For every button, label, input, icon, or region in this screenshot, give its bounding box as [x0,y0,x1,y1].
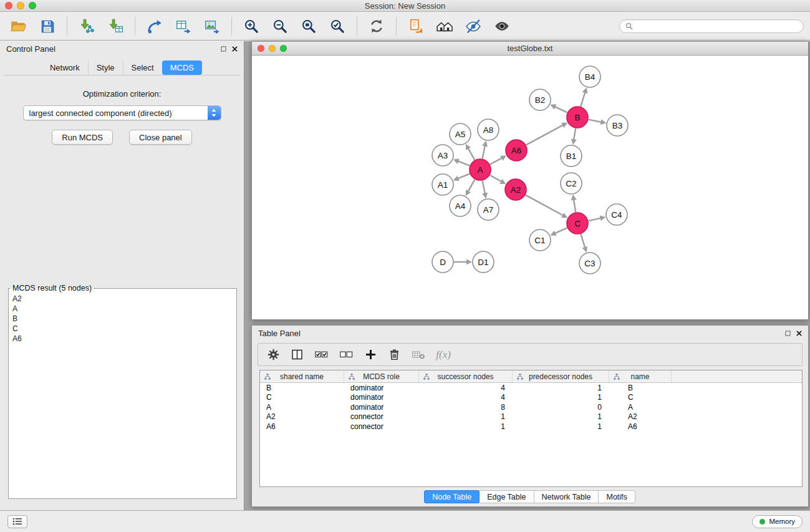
close-panel-button[interactable]: Close panel [129,130,192,145]
graph-edge-A-A6[interactable] [490,156,506,165]
tab-edge-table[interactable]: Edge Table [479,490,534,503]
export-image-icon[interactable] [200,14,224,38]
graph-node-A5[interactable]: A5 [450,123,471,145]
table-row[interactable]: Cdominator41C [260,393,802,403]
minimize-network-window-button[interactable] [269,45,276,52]
table-row[interactable]: A2connector11A2 [260,412,802,422]
tab-motifs[interactable]: Motifs [598,490,635,503]
graph-node-A6[interactable]: A6 [506,140,527,161]
column-header-MCDS-role[interactable]: MCDS role [344,370,419,382]
close-table-panel-icon[interactable] [796,331,802,336]
criterion-dropdown[interactable]: largest connected component (directed) [23,105,221,120]
network-canvas[interactable]: B4B2BB3A5A8A6B1A3AC2A1A2A4A7C4CC1C3DD1 [252,56,808,319]
graph-edge-B-B3[interactable] [589,119,607,125]
import-network-file-icon[interactable] [74,14,99,38]
graph-edge-A2-C[interactable] [526,195,567,218]
column-header-name[interactable]: name [609,370,672,382]
zoom-window-button[interactable] [29,2,36,9]
graph-node-C3[interactable]: C3 [579,253,600,274]
graph-edge-C-C1[interactable] [550,228,567,236]
tab-network[interactable]: Network [42,60,88,75]
minimize-window-button[interactable] [17,2,24,9]
close-network-window-button[interactable] [258,45,264,52]
table-row[interactable]: Bdominator41B [260,383,802,393]
import-network-icon[interactable] [142,14,167,38]
column-header-predecessor-nodes[interactable]: predecessor nodes [513,370,609,382]
run-mcds-button[interactable]: Run MCDS [52,130,113,145]
zoom-selected-icon[interactable] [325,14,350,38]
graph-node-A7[interactable]: A7 [478,199,499,220]
open-session-icon[interactable] [6,14,31,38]
graph-edge-A-A7[interactable] [482,181,488,199]
mcds-result-item[interactable]: A [12,304,233,314]
graph-edge-A-A8[interactable] [482,141,488,159]
zoom-out-icon[interactable] [268,14,292,38]
save-session-icon[interactable] [35,14,60,38]
graph-node-C1[interactable]: C1 [529,230,551,251]
graph-node-B4[interactable]: B4 [579,66,600,87]
column-header-successor-nodes[interactable]: successor nodes [419,370,513,382]
search-box[interactable] [619,19,804,33]
zoom-fit-icon[interactable] [296,14,321,38]
graph-edge-D-D1[interactable] [454,259,472,264]
graph-node-A8[interactable]: A8 [478,119,499,140]
mcds-result-item[interactable]: C [12,324,233,334]
fx-function-button[interactable]: f(x) [436,349,451,361]
import-table-icon[interactable] [171,14,196,38]
tab-mcds[interactable]: MCDS [162,60,202,75]
graph-edge-C-C3[interactable] [581,234,587,253]
trash-icon[interactable] [388,348,401,361]
tab-select[interactable]: Select [123,60,162,75]
task-list-button[interactable] [7,515,27,528]
eye-pen-icon[interactable] [461,14,486,38]
copy-document-icon[interactable] [403,14,428,38]
graph-node-A1[interactable]: A1 [432,174,453,195]
network-graph[interactable]: B4B2BB3A5A8A6B1A3AC2A1A2A4A7C4CC1C3DD1 [252,56,808,319]
graph-node-B[interactable]: B [567,107,588,128]
graph-edge-C-C2[interactable] [571,195,577,212]
graph-edge-A-A3[interactable] [453,158,470,165]
check-all-icon[interactable] [314,348,329,361]
mcds-result-item[interactable]: A2 [12,294,233,304]
table-column-icon[interactable] [291,348,304,361]
float-panel-icon[interactable] [221,46,226,52]
graph-node-D1[interactable]: D1 [473,251,494,273]
graph-edge-A-A2[interactable] [490,175,506,184]
eye-icon[interactable] [489,14,514,38]
graph-edge-A-A4[interactable] [466,180,475,196]
zoom-network-window-button[interactable] [280,45,287,52]
mcds-result-item[interactable]: A6 [12,334,233,344]
graph-node-C4[interactable]: C4 [606,204,627,225]
graph-edge-B-B4[interactable] [581,87,587,107]
tab-node-table[interactable]: Node Table [424,490,480,503]
column-header-shared-name[interactable]: shared name [260,370,344,382]
graph-node-A[interactable]: A [470,159,491,180]
zoom-in-icon[interactable] [239,14,264,38]
refresh-icon[interactable] [364,14,389,38]
table-row[interactable]: Adominator80A [260,402,802,412]
close-panel-icon[interactable] [232,46,238,52]
graph-node-A4[interactable]: A4 [450,195,471,216]
graph-node-A2[interactable]: A2 [505,179,526,200]
search-input[interactable] [636,22,798,31]
graph-node-D[interactable]: D [432,251,453,273]
float-table-panel-icon[interactable] [785,331,791,336]
mcds-result-item[interactable]: B [12,314,233,324]
table-delete-icon[interactable] [412,348,426,361]
uncheck-all-icon[interactable] [339,348,354,361]
plus-icon[interactable] [364,348,377,361]
table-row[interactable]: A6connector11A6 [260,422,802,432]
graph-node-B1[interactable]: B1 [561,145,582,167]
tab-network-table[interactable]: Network Table [534,490,599,503]
graph-edge-C-C4[interactable] [589,215,606,221]
graph-node-C2[interactable]: C2 [561,173,582,194]
gear-icon[interactable] [267,348,280,361]
graph-edge-A6-B[interactable] [526,123,567,145]
graph-node-A3[interactable]: A3 [432,145,453,166]
graph-edge-B-B1[interactable] [571,128,577,145]
import-table-file-icon[interactable] [103,14,128,38]
graph-edge-A-A5[interactable] [466,144,475,160]
graph-node-B3[interactable]: B3 [607,115,628,136]
graph-node-C[interactable]: C [567,213,588,234]
graph-edge-B-B2[interactable] [550,104,567,112]
